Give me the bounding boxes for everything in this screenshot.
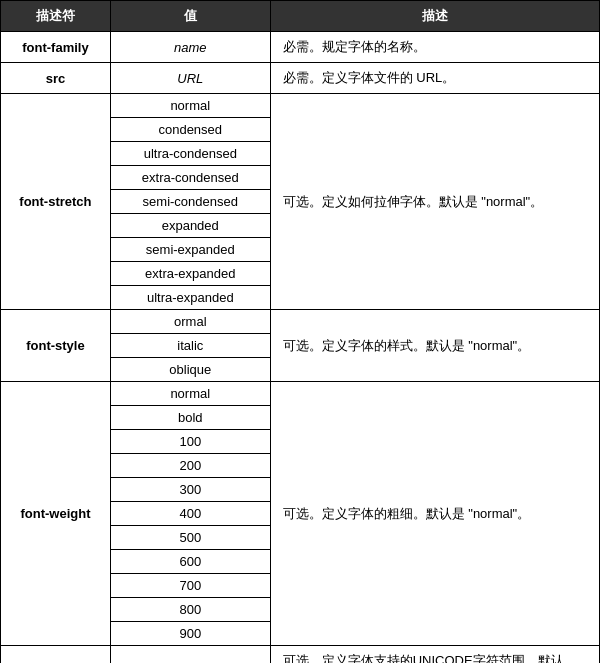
value-cell: 100	[110, 430, 270, 454]
value-cell: extra-condensed	[110, 166, 270, 190]
value-cell: unicode-range	[110, 646, 270, 664]
value-cell: bold	[110, 406, 270, 430]
header-description: 描述	[270, 1, 599, 32]
value-cell: 900	[110, 622, 270, 646]
value-cell: ultra-condensed	[110, 142, 270, 166]
description-cell: 可选。定义字体的粗细。默认是 "normal"。	[270, 382, 599, 646]
description-cell: 必需。规定字体的名称。	[270, 32, 599, 63]
table-row: unicode-rangeunicode-range可选。定义字体支持的UNIC…	[1, 646, 600, 664]
value-cell: 200	[110, 454, 270, 478]
table-row: font-familyname必需。规定字体的名称。	[1, 32, 600, 63]
value-cell: ormal	[110, 310, 270, 334]
value-cell: ultra-expanded	[110, 286, 270, 310]
value-cell: 600	[110, 550, 270, 574]
table-header: 描述符 值 描述	[1, 1, 600, 32]
header-descriptor: 描述符	[1, 1, 111, 32]
value-cell: extra-expanded	[110, 262, 270, 286]
value-cell: normal	[110, 382, 270, 406]
description-cell: 可选。定义如何拉伸字体。默认是 "normal"。	[270, 94, 599, 310]
value-cell: 500	[110, 526, 270, 550]
header-value: 值	[110, 1, 270, 32]
value-cell: semi-expanded	[110, 238, 270, 262]
descriptor-cell: unicode-range	[1, 646, 111, 664]
value-cell: semi-condensed	[110, 190, 270, 214]
value-cell: condensed	[110, 118, 270, 142]
value-cell: expanded	[110, 214, 270, 238]
value-cell: 700	[110, 574, 270, 598]
value-cell: URL	[110, 63, 270, 94]
descriptor-cell: src	[1, 63, 111, 94]
description-cell: 必需。定义字体文件的 URL。	[270, 63, 599, 94]
description-cell: 可选。定义字体支持的UNICODE字符范围。默认是"U+0-10FFFF"。	[270, 646, 599, 664]
value-cell: normal	[110, 94, 270, 118]
value-cell: 300	[110, 478, 270, 502]
description-cell: 可选。定义字体的样式。默认是 "normal"。	[270, 310, 599, 382]
descriptor-cell: font-style	[1, 310, 111, 382]
descriptor-cell: font-weight	[1, 382, 111, 646]
descriptor-cell: font-stretch	[1, 94, 111, 310]
descriptor-cell: font-family	[1, 32, 111, 63]
value-cell: name	[110, 32, 270, 63]
value-cell: oblique	[110, 358, 270, 382]
value-cell: 800	[110, 598, 270, 622]
value-cell: 400	[110, 502, 270, 526]
table-row: font-weightnormal可选。定义字体的粗细。默认是 "normal"…	[1, 382, 600, 406]
table-row: font-stretchnormal可选。定义如何拉伸字体。默认是 "norma…	[1, 94, 600, 118]
table-body: font-familyname必需。规定字体的名称。srcURL必需。定义字体文…	[1, 32, 600, 664]
table-row: srcURL必需。定义字体文件的 URL。	[1, 63, 600, 94]
table-row: font-styleormal可选。定义字体的样式。默认是 "normal"。	[1, 310, 600, 334]
value-cell: italic	[110, 334, 270, 358]
